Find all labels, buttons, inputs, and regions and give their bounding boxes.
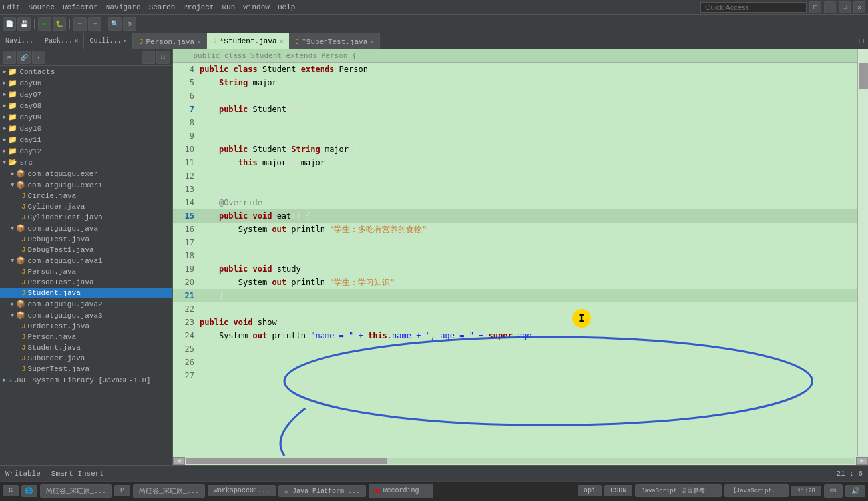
- day12-label: day12: [19, 147, 41, 155]
- editor-tab-student[interactable]: J *Student.java ✕: [207, 33, 289, 51]
- cylinder-label: Cylinder.java: [28, 203, 85, 211]
- tree-persontest[interactable]: J PersonTest.java: [0, 277, 172, 288]
- nav-tab-navi[interactable]: Navi...: [0, 33, 39, 49]
- tree-jre[interactable]: ▶ ☕ JRE System Library [JavaSE-1.8]: [0, 374, 172, 386]
- menu-search[interactable]: Search: [149, 3, 176, 11]
- tree-day06[interactable]: ▶ 📁 day06: [0, 77, 172, 89]
- tree-cylinder[interactable]: J Cylinder.java: [0, 201, 172, 212]
- menu-project[interactable]: Project: [183, 3, 214, 11]
- editor-area[interactable]: public class Student extends Person { 4 …: [173, 49, 868, 465]
- tree-student-java1[interactable]: J Student.java: [0, 288, 172, 298]
- person-icon: J: [21, 268, 26, 276]
- sidebar-minimize[interactable]: —: [142, 51, 155, 64]
- tray-js2[interactable]: 【JavaScript...: [724, 484, 789, 497]
- forward-btn[interactable]: →: [88, 17, 101, 31]
- menu-window[interactable]: Window: [243, 3, 270, 11]
- toolbar-sep-2: [69, 19, 70, 29]
- tree-student2[interactable]: J Student.java: [0, 342, 172, 353]
- quick-access-input[interactable]: [700, 2, 807, 13]
- tree-ordertest[interactable]: J OrderTest.java: [0, 321, 172, 332]
- tab-maximize[interactable]: □: [855, 33, 868, 49]
- scrollbar-thumb[interactable]: [859, 63, 868, 89]
- tree-contacts[interactable]: ▶ 📁 Contacts: [0, 66, 172, 77]
- tree-src[interactable]: ▼ 📂 src: [0, 157, 172, 168]
- menu-refactor[interactable]: Refactor: [63, 3, 98, 11]
- tree-cylindertest[interactable]: J CylinderTest.java: [0, 212, 172, 223]
- quick-access-button[interactable]: ⊞: [809, 1, 821, 13]
- taskbar-google[interactable]: G: [3, 485, 19, 496]
- tree-circle[interactable]: J Circle.java: [0, 191, 172, 201]
- save-btn[interactable]: 💾: [17, 17, 31, 31]
- window-maximize[interactable]: □: [839, 1, 851, 13]
- menu-run[interactable]: Run: [222, 3, 235, 11]
- tray-js-lang[interactable]: JavaScript 语言参考...: [635, 484, 722, 497]
- debug-btn[interactable]: 🐛: [53, 17, 66, 31]
- tree-day11[interactable]: ▶ 📁 day11: [0, 134, 172, 145]
- hscroll-bar[interactable]: ◀ ▶: [173, 456, 868, 465]
- menu-help[interactable]: Help: [278, 3, 295, 11]
- pkg-java2-label: com.atguigu.java2: [27, 300, 102, 308]
- nav-tab-outli-close[interactable]: ✕: [123, 37, 126, 45]
- tree-day12[interactable]: ▶ 📁 day12: [0, 145, 172, 157]
- tree-day09[interactable]: ▶ 📁 day09: [0, 111, 172, 123]
- menu-edit[interactable]: Edit: [3, 3, 20, 11]
- tree-debugtest[interactable]: J DebugTest.java: [0, 234, 172, 245]
- tab-minimize[interactable]: —: [843, 33, 855, 49]
- taskbar-item-2[interactable]: 尚硅谷_宋红康_...: [133, 484, 205, 498]
- tree-pkg-exer[interactable]: ▶ 📦 com.atguigu.exer: [0, 168, 172, 179]
- tree-person2[interactable]: J Person.java: [0, 332, 172, 342]
- sidebar-menu-btn[interactable]: ▾: [32, 51, 45, 64]
- sidebar-tree[interactable]: ▶ 📁 Contacts ▶ 📁 day06 ▶ 📁 day07 ▶ 📁 day…: [0, 66, 172, 465]
- nav-tab-outli[interactable]: Outli... ✕: [84, 33, 132, 49]
- nav-tab-pack[interactable]: Pack... ✕: [39, 33, 84, 49]
- taskbar-recording[interactable]: ● Recording .: [369, 484, 433, 498]
- tree-pkg-java[interactable]: ▼ 📦 com.atguigu.java: [0, 223, 172, 234]
- window-close[interactable]: ✕: [853, 1, 865, 13]
- taskbar-item-1[interactable]: 尚硅谷_宋红康_...: [40, 484, 112, 498]
- tree-day10[interactable]: ▶ 📁 day10: [0, 123, 172, 134]
- menu-navigate[interactable]: Navigate: [106, 3, 141, 11]
- supertest-tab-label: *SuperTest.java: [302, 38, 367, 46]
- tree-pkg-java3[interactable]: ▼ 📦 com.atguigu.java3: [0, 310, 172, 321]
- editor-tab-person[interactable]: J Person.java ✕: [134, 33, 207, 51]
- person-tab-close[interactable]: ✕: [197, 38, 201, 46]
- tree-day08[interactable]: ▶ 📁 day08: [0, 100, 172, 111]
- new-file-btn[interactable]: 📄: [3, 17, 16, 31]
- tree-supertest[interactable]: J SuperTest.java: [0, 364, 172, 374]
- taskbar-chrome[interactable]: 🌐: [21, 485, 37, 497]
- sidebar-link-btn[interactable]: 🔗: [17, 51, 31, 64]
- sidebar-collapse-btn[interactable]: ⊟: [3, 51, 16, 64]
- hscroll-right-btn[interactable]: ▶: [856, 457, 868, 465]
- tray-lang[interactable]: 中: [824, 484, 843, 498]
- code-line-25: 25 }: [173, 342, 857, 356]
- taskbar-ppt[interactable]: P: [114, 485, 130, 496]
- tree-person[interactable]: J Person.java: [0, 266, 172, 277]
- back-btn[interactable]: ←: [73, 17, 87, 31]
- tree-debugtest1[interactable]: J DebugTest1.java: [0, 245, 172, 255]
- window-minimize[interactable]: —: [824, 1, 836, 13]
- tree-pkg-exer1[interactable]: ▼ 📦 com.atguigu.exer1: [0, 179, 172, 191]
- hscroll-left-btn[interactable]: ◀: [173, 457, 185, 465]
- student-tab-close[interactable]: ✕: [280, 37, 284, 45]
- editor-tab-supertest[interactable]: J *SuperTest.java ✕: [290, 33, 381, 51]
- tray-api[interactable]: api: [578, 485, 602, 496]
- code-display[interactable]: public class Student extends Person { 4 …: [173, 49, 857, 456]
- settings-btn[interactable]: ⚙: [123, 17, 136, 31]
- supertest-tab-close[interactable]: ✕: [370, 38, 374, 46]
- tray-csdn[interactable]: CSDN: [604, 485, 632, 496]
- taskbar-item-3[interactable]: workspace01...: [208, 485, 276, 496]
- scrollbar-right[interactable]: [857, 49, 868, 456]
- nav-tab-pack-close[interactable]: ✕: [75, 37, 78, 45]
- menu-source[interactable]: Source: [28, 3, 55, 11]
- tree-pkg-java2[interactable]: ▶ 📦 com.atguigu.java2: [0, 298, 172, 310]
- tree-day07[interactable]: ▶ 📁 day07: [0, 89, 172, 100]
- debugtest-label: DebugTest.java: [28, 235, 89, 243]
- run-btn[interactable]: ▶: [38, 17, 51, 31]
- search-btn[interactable]: 🔍: [108, 17, 122, 31]
- hscroll-thumb[interactable]: [186, 458, 387, 464]
- tray-volume[interactable]: 🔊: [845, 485, 865, 497]
- sidebar-maximize[interactable]: □: [156, 51, 170, 64]
- taskbar-item-4[interactable]: ☕ Java Platform ...: [278, 485, 366, 497]
- tree-suborder[interactable]: J SubOrder.java: [0, 353, 172, 364]
- tree-pkg-java1[interactable]: ▼ 📦 com.atguigu.java1: [0, 255, 172, 266]
